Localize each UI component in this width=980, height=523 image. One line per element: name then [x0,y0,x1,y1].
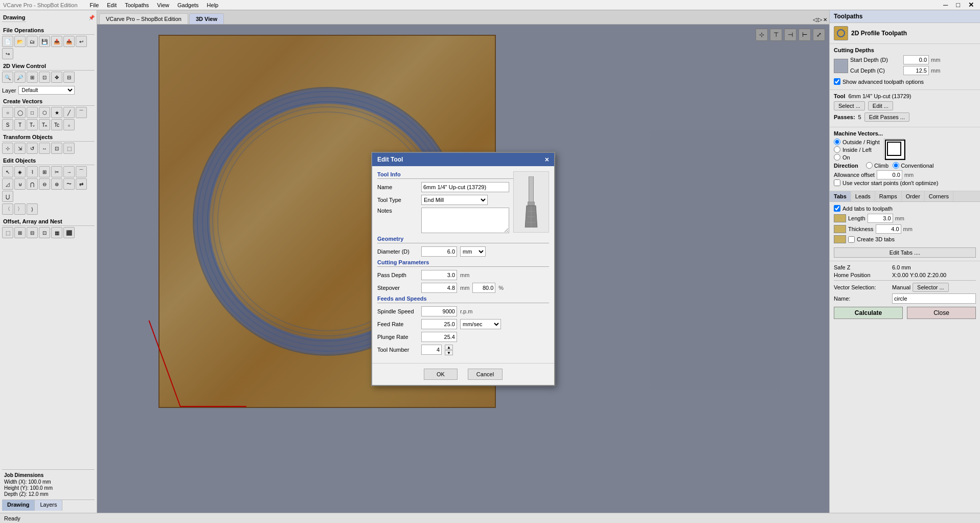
stepover-input[interactable] [421,283,457,293]
smooth-btn[interactable]: ⌇ [27,166,38,177]
pass-depth-input[interactable] [421,270,457,280]
undo-btn[interactable]: ↩ [76,36,87,47]
panel-close[interactable]: ✕ [823,17,827,22]
inside-left-radio[interactable] [834,146,840,153]
tool-name-input[interactable] [421,182,509,192]
edit-tabs-btn[interactable]: Edit Tabs .... [834,247,976,258]
draw-polygon-btn[interactable]: ⬡ [39,107,50,118]
cut-depth-input[interactable] [903,66,929,75]
tool-number-input[interactable] [421,345,442,355]
layer-select[interactable]: Default [18,86,75,95]
close-panel-btn[interactable]: Close [907,307,976,319]
curvy-btn[interactable]: 〜 [63,178,75,190]
rotate-btn[interactable]: ↺ [27,143,38,154]
rp-tab-tabs[interactable]: Tabs [830,191,851,201]
draw-spiral-btn[interactable]: S [2,119,13,130]
modal-cancel-btn[interactable]: Cancel [468,369,503,380]
plunge-rate-input[interactable] [421,332,457,342]
zoom-out-btn[interactable]: 🔎 [14,72,26,83]
pan-btn[interactable]: ✥ [51,72,62,83]
tab-layers[interactable]: Layers [35,500,62,511]
conventional-radio[interactable] [893,162,899,169]
node-edit-btn[interactable]: ◈ [14,166,26,177]
union-btn[interactable]: ⊎ [14,178,26,190]
climb-radio[interactable] [866,162,873,169]
save-file-btn[interactable]: 💾 [39,36,50,47]
trim-btn[interactable]: ✂ [51,166,62,177]
draw-arc-btn[interactable]: ⌒ [76,107,87,118]
draw-text3-btn[interactable]: Tₙ [39,119,50,130]
window-restore[interactable]: □ [953,1,963,9]
feed-rate-input[interactable] [421,319,457,329]
weld-btn[interactable]: ⊞ [39,166,50,177]
nest-btn[interactable]: ⊟ [27,227,38,238]
tool-edit-btn[interactable]: Edit ... [868,101,893,110]
calculate-btn[interactable]: Calculate [834,307,903,319]
rp-tab-leads[interactable]: Leads [851,191,875,201]
tool-notes-input[interactable] [421,208,509,233]
menu-help[interactable]: Help [207,2,219,8]
join-btn[interactable]: ⋃ [2,191,13,202]
selector-btn[interactable]: Selector ... [913,283,949,292]
allowance-input[interactable] [877,170,902,179]
rp-tab-ramps[interactable]: Ramps [875,191,902,201]
rp-tab-corners[interactable]: Corners [925,191,953,201]
draw-node-btn[interactable]: ⬦ [63,119,75,130]
draw-ellipse-btn[interactable]: ◯ [14,107,26,118]
tab-thickness-input[interactable] [876,224,901,234]
diameter-input[interactable] [421,246,457,257]
block-btn[interactable]: ▦ [51,227,62,238]
menu-edit[interactable]: Edit [107,2,117,8]
align-btn[interactable]: ⊡ [51,143,62,154]
select-btn[interactable]: ↖ [2,166,13,177]
menu-file[interactable]: File [90,2,99,8]
edit-btn2[interactable]: 〈 [2,203,13,215]
edit-btn4[interactable]: ⟩ [27,203,38,215]
open-file-btn[interactable]: 📂 [14,36,26,47]
tab-3dview[interactable]: 3D View [189,13,224,24]
on-radio[interactable] [834,154,840,161]
modal-ok-btn[interactable]: OK [424,369,458,380]
draw-line-btn[interactable]: ╱ [63,107,75,118]
move-btn[interactable]: ⊹ [2,143,13,154]
edit-passes-btn[interactable]: Edit Passes ... [864,112,909,122]
menu-view[interactable]: View [157,2,169,8]
edit-btn3[interactable]: 〉 [14,203,26,215]
panel-nav-right[interactable]: ▷ [818,16,822,23]
stepover-pct-input[interactable] [472,283,495,293]
spindle-speed-input[interactable] [421,306,457,316]
dogbone-btn[interactable]: ⊛ [51,178,62,190]
scale-btn[interactable]: ⇲ [14,143,26,154]
tool-number-up[interactable]: ▲ [445,345,453,350]
tab-length-input[interactable] [868,214,893,223]
recent-files-btn[interactable]: 🗂 [27,36,38,47]
subtract-btn[interactable]: ⊖ [39,178,50,190]
new-file-btn[interactable]: 📄 [2,36,13,47]
create-3d-checkbox[interactable] [848,236,855,243]
name-input[interactable] [892,293,976,304]
export-btn[interactable]: 📤 [63,36,75,47]
tool-select-btn[interactable]: Select ... [834,101,865,110]
zoom-in-btn[interactable]: 🔍 [2,72,13,83]
add-tabs-checkbox[interactable] [834,205,840,212]
pattern-btn[interactable]: ⬛ [63,227,75,238]
menu-gadgets[interactable]: Gadgets [177,2,199,8]
arrows-btn[interactable]: ⇄ [76,178,87,190]
draw-circle-btn[interactable]: ○ [2,107,13,118]
rp-tab-order[interactable]: Order [902,191,925,201]
intersect-btn[interactable]: ⋂ [27,178,38,190]
tab-drawing[interactable]: Drawing [2,500,35,511]
fillet-btn[interactable]: ⌒ [76,166,87,177]
modal-close-btn[interactable]: × [545,155,549,164]
tab-vcarve[interactable]: VCarve Pro – ShopBot Edition [99,13,188,24]
menu-toolpaths[interactable]: Toolpaths [125,2,149,8]
drawing-pin[interactable]: 📌 [88,15,95,20]
chamfer-btn[interactable]: ◿ [2,178,13,190]
zoom-all-btn[interactable]: ⊞ [27,72,38,83]
array-btn[interactable]: ⊞ [14,227,26,238]
view-toggle-btn[interactable]: ⊟ [63,72,75,83]
window-close[interactable]: ✕ [965,1,977,9]
show-advanced-checkbox[interactable] [834,78,840,85]
tool-type-select[interactable]: End Mill Ball Nose V-Bit [421,195,488,205]
mirror-btn[interactable]: ↔ [39,143,50,154]
